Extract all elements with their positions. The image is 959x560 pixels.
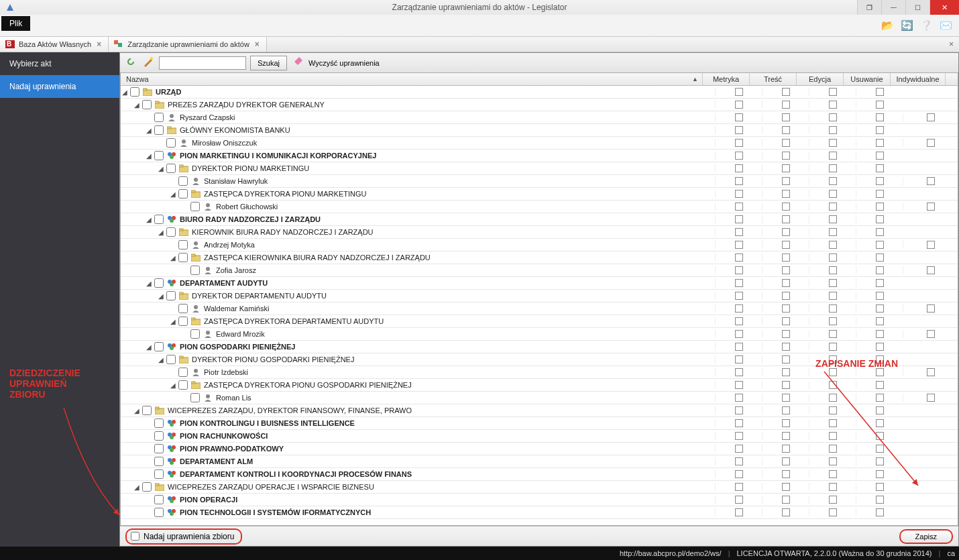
checkbox[interactable]: [782, 508, 790, 516]
checkbox[interactable]: [829, 279, 837, 287]
checkbox[interactable]: [735, 508, 743, 516]
checkbox[interactable]: [829, 457, 837, 465]
checkbox[interactable]: [829, 419, 837, 427]
row-checkbox[interactable]: [154, 457, 164, 466]
checkbox[interactable]: [876, 126, 884, 134]
checkbox[interactable]: [782, 368, 790, 376]
row-checkbox[interactable]: [166, 138, 176, 148]
collapse-icon[interactable]: ◢: [169, 254, 177, 262]
checkbox[interactable]: [876, 304, 884, 313]
reload-icon[interactable]: 🔄: [901, 19, 913, 32]
tree-row[interactable]: ◢ZASTĘPCA DYREKTORA PIONU GOSPODARKI PIE…: [121, 379, 958, 392]
row-checkbox[interactable]: [154, 495, 164, 504]
checkbox[interactable]: [876, 215, 884, 223]
checkbox[interactable]: [735, 419, 743, 427]
refresh-icon[interactable]: [124, 56, 137, 69]
tree-row[interactable]: ◢ZASTĘPCA KIEROWNIKA BIURA RADY NADZORCZ…: [121, 251, 958, 264]
col-usuwanie[interactable]: Usuwanie: [844, 73, 891, 85]
checkbox[interactable]: [829, 368, 837, 376]
checkbox[interactable]: [735, 292, 743, 300]
checkbox-individual[interactable]: [927, 203, 935, 211]
tree-row[interactable]: Zofia Jarosz: [121, 264, 958, 277]
grid-body[interactable]: ◢URZĄD◢PREZES ZARZĄDU DYREKTOR GENERALNY…: [121, 86, 958, 525]
checkbox[interactable]: [782, 177, 790, 185]
checkbox[interactable]: [735, 381, 743, 389]
checkbox[interactable]: [782, 266, 790, 274]
checkbox[interactable]: [876, 228, 884, 236]
checkbox[interactable]: [735, 203, 743, 211]
col-edycja[interactable]: Edycja: [797, 73, 844, 85]
row-checkbox[interactable]: [178, 189, 188, 199]
checkbox-individual[interactable]: [927, 241, 935, 249]
checkbox[interactable]: [829, 508, 837, 516]
checkbox-individual[interactable]: [927, 394, 935, 402]
help-icon[interactable]: ❔: [920, 19, 933, 32]
checkbox[interactable]: [782, 445, 790, 453]
tree-row[interactable]: Andrzej Motyka: [121, 239, 958, 251]
checkbox[interactable]: [735, 241, 743, 249]
checkbox-individual[interactable]: [927, 139, 935, 147]
row-checkbox[interactable]: [178, 317, 188, 326]
checkbox[interactable]: [782, 457, 790, 465]
collapse-icon[interactable]: ◢: [145, 152, 153, 160]
checkbox[interactable]: [876, 164, 884, 172]
checkbox[interactable]: [829, 139, 837, 147]
close-tab-icon[interactable]: ×: [95, 40, 103, 49]
checkbox-individual[interactable]: [927, 368, 935, 376]
collapse-icon[interactable]: ◢: [133, 484, 141, 491]
collapse-icon[interactable]: ◢: [157, 356, 165, 363]
checkbox[interactable]: [735, 152, 743, 160]
row-checkbox[interactable]: [166, 164, 176, 173]
checkbox[interactable]: [876, 88, 884, 96]
checkbox[interactable]: [735, 368, 743, 376]
checkbox-individual[interactable]: [927, 177, 935, 185]
checkbox[interactable]: [735, 215, 743, 223]
row-checkbox[interactable]: [166, 291, 176, 300]
checkbox[interactable]: [735, 317, 743, 325]
tree-row[interactable]: ◢DYREKTOR PIONU MARKETINGU: [121, 162, 958, 175]
row-checkbox[interactable]: [178, 304, 188, 313]
close-all-tabs-icon[interactable]: ×: [944, 40, 959, 49]
checkbox[interactable]: [876, 292, 884, 300]
tree-row[interactable]: ◢WICEPREZES ZARZĄDU OPERACJE I WSPARCIE …: [121, 481, 958, 494]
checkbox[interactable]: [876, 496, 884, 504]
col-indywidualne[interactable]: Indywidualne: [891, 73, 946, 85]
row-checkbox[interactable]: [130, 87, 139, 97]
collapse-icon[interactable]: ◢: [121, 89, 129, 96]
collapse-icon[interactable]: ◢: [133, 101, 141, 109]
tree-row[interactable]: PION KONTROLINGU I BUISNESS INTELLIGENCE: [121, 417, 958, 430]
checkbox[interactable]: [735, 432, 743, 440]
checkbox[interactable]: [876, 343, 884, 351]
checkbox[interactable]: [876, 457, 884, 465]
checkbox[interactable]: [829, 496, 837, 504]
checkbox[interactable]: [829, 394, 837, 402]
checkbox[interactable]: [782, 254, 790, 262]
tree-row[interactable]: DEPARTAMENT KONTROLI I KOORDYNACJI PROCE…: [121, 468, 958, 481]
checkbox[interactable]: [735, 190, 743, 198]
folder-open-icon[interactable]: 📂: [881, 19, 894, 32]
inherit-permissions-checkbox[interactable]: Nadaj uprawnienia zbioru: [125, 528, 242, 545]
close-icon[interactable]: ✕: [929, 0, 959, 15]
tree-row[interactable]: PION TECHNOLOGII I SYSTEMÓW IFORMATYCZNY…: [121, 506, 958, 519]
tree-row[interactable]: DEPARTAMENT ALM: [121, 455, 958, 468]
checkbox[interactable]: [829, 113, 837, 121]
checkbox[interactable]: [876, 445, 884, 453]
checkbox[interactable]: [829, 406, 837, 414]
checkbox-individual[interactable]: [927, 304, 935, 313]
checkbox[interactable]: [876, 330, 884, 338]
checkbox-individual[interactable]: [927, 266, 935, 274]
checkbox[interactable]: [876, 355, 884, 363]
tree-row[interactable]: ◢DYREKTOR DEPARTAMENTU AUDYTU: [121, 290, 958, 302]
checkbox[interactable]: [782, 355, 790, 363]
checkbox[interactable]: [829, 254, 837, 262]
tree-row[interactable]: Stanisław Hawryluk: [121, 175, 958, 188]
row-checkbox[interactable]: [178, 253, 188, 262]
checkbox[interactable]: [735, 266, 743, 274]
row-checkbox[interactable]: [190, 266, 200, 275]
collapse-icon[interactable]: ◢: [157, 229, 165, 236]
row-checkbox[interactable]: [166, 355, 176, 364]
checkbox[interactable]: [829, 445, 837, 453]
checkbox[interactable]: [829, 355, 837, 363]
checkbox[interactable]: [735, 343, 743, 351]
collapse-icon[interactable]: ◢: [169, 382, 177, 389]
